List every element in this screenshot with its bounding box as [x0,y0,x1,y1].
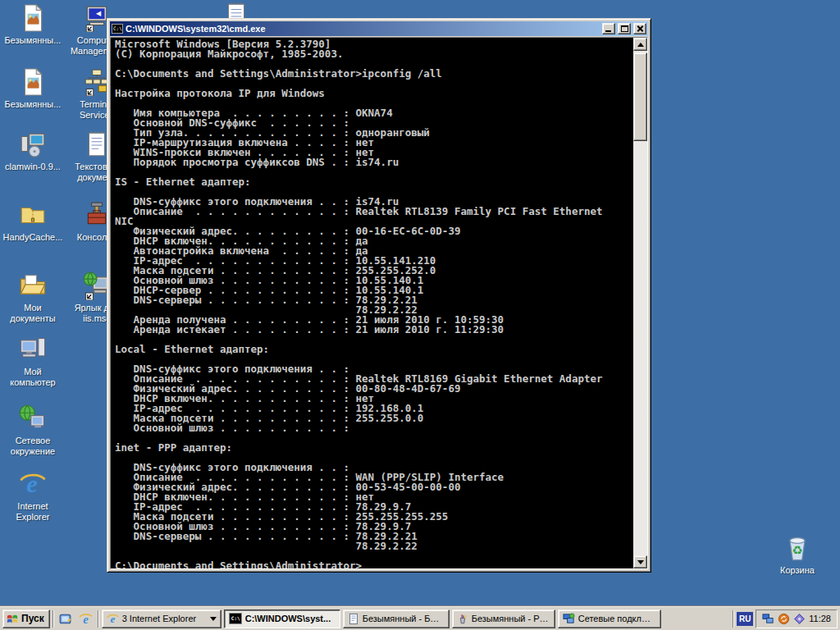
taskbar-button-label: 3 Internet Explorer [122,614,205,623]
language-indicator[interactable]: RU [737,612,753,626]
cmd-window: C:\ C:\WINDOWS\system32\cmd.exe Microsof… [107,18,651,573]
desktop-icon-my-computer[interactable]: Мой компьютер [2,335,64,388]
desktop-icon-label: Мои документы [2,303,64,324]
desktop-icon-label: clamwin-0.9... [2,162,64,172]
system-tray: 11:28 [756,609,838,628]
zip-folder-icon [18,200,48,230]
desktop-icon-network-places[interactable]: Сетевое окружение [2,404,64,457]
my-computer-icon [18,335,48,364]
taskbar-button-label: Сетевые подключе... [578,614,656,623]
desktop-icon-my-documents[interactable]: Мои документы [2,271,64,324]
paint-icon [457,613,468,625]
cmd-window-title: C:\WINDOWS\system32\cmd.exe [126,24,600,34]
network-places-icon [18,404,48,433]
scroll-down-icon [637,560,644,564]
console-area[interactable]: Microsoft Windows [Версия 5.2.3790] (C) … [110,37,648,569]
desktop-icon-label: Мой компьютер [2,367,64,388]
desktop-icon-label: Безымянны... [2,35,64,46]
taskbar-button-network-connections[interactable]: Сетевые подключе... [558,609,661,628]
installer-icon [18,130,48,159]
taskbar-button-notepad[interactable]: Безымянный - Блокнот [343,609,450,628]
maximize-button[interactable] [618,23,631,34]
taskbar-divider [733,610,734,628]
notepad-icon [348,613,359,625]
close-button[interactable] [633,23,646,34]
network-tray-icon[interactable] [762,613,774,625]
minimize-button[interactable] [602,23,615,34]
desktop-icon-internet-explorer[interactable]: e Internet Explorer [2,469,64,523]
diamond-tray-icon[interactable] [793,613,806,625]
desktop-icon-clamwin-installer[interactable]: clamwin-0.9... [2,130,64,172]
taskbar-button-ie-group[interactable]: e 3 Internet Explorer [102,609,221,628]
desktop-icon-label: Корзина [766,565,829,576]
desktop-icon-label: Сетевое окружение [2,436,64,457]
desktop-icon-handycache[interactable]: HandyCache... [2,200,64,243]
internet-explorer-icon: e [18,469,48,499]
desktop: { "desktop": { "background_color": "#3d6… [0,0,840,630]
desktop-icon-label: Безымянны... [2,99,64,110]
network-connections-icon [563,613,575,625]
cmd-icon: C:\ [229,613,242,624]
windows-logo-icon [7,613,19,625]
recycle-bin-icon: ♻ [783,533,812,563]
taskbar-divider [98,610,99,628]
cmd-window-icon: C:\ [112,24,123,34]
taskbar-clock[interactable]: 11:28 [809,614,831,623]
scroll-up-button[interactable] [633,38,647,51]
minimize-icon [605,30,611,32]
my-documents-icon [18,271,48,300]
internet-explorer-icon: e [79,612,93,626]
maximize-icon [621,25,628,32]
image-file-icon [18,67,48,97]
taskbar: Пуск e e 3 Internet Explorer C:\ C:\WIND… [0,606,840,630]
taskbar-divider [52,610,54,628]
vertical-scrollbar[interactable] [633,38,647,568]
chevron-down-icon [210,617,217,621]
desktop-icon-untitled-image-1[interactable]: Безымянны... [2,3,64,46]
quicklaunch-show-desktop[interactable] [57,609,75,628]
scroll-up-icon [637,43,644,47]
quicklaunch-internet-explorer[interactable]: e [77,609,95,628]
show-desktop-icon [58,612,72,626]
taskbar-button-label: C:\WINDOWS\syst... [245,614,336,623]
taskbar-button-label: Безымянный - Paint [472,614,550,623]
cmd-window-titlebar[interactable]: C:\ C:\WINDOWS\system32\cmd.exe [110,21,648,36]
scrollbar-thumb[interactable] [633,52,647,141]
taskbar-button-paint[interactable]: Безымянный - Paint [452,609,555,628]
svg-text:♻: ♻ [792,544,802,557]
taskbar-button-cmd[interactable]: C:\ C:\WINDOWS\syst... [224,609,340,628]
scroll-down-button[interactable] [633,555,647,568]
taskbar-button-label: Безымянный - Блокнот [363,614,445,623]
updater-tray-icon[interactable] [778,613,790,625]
start-button-label: Пуск [21,613,44,624]
desktop-icon-label: Internet Explorer [2,501,64,523]
console-output: Microsoft Windows [Версия 5.2.3790] (C) … [111,38,633,568]
image-file-icon [18,3,48,33]
internet-explorer-icon: e [107,613,119,625]
desktop-icon-label: HandyCache... [2,232,64,243]
start-button[interactable]: Пуск [2,609,50,628]
desktop-icon-untitled-image-2[interactable]: Безымянны... [2,67,64,110]
desktop-icon-recycle-bin[interactable]: ♻ Корзина [766,533,829,576]
